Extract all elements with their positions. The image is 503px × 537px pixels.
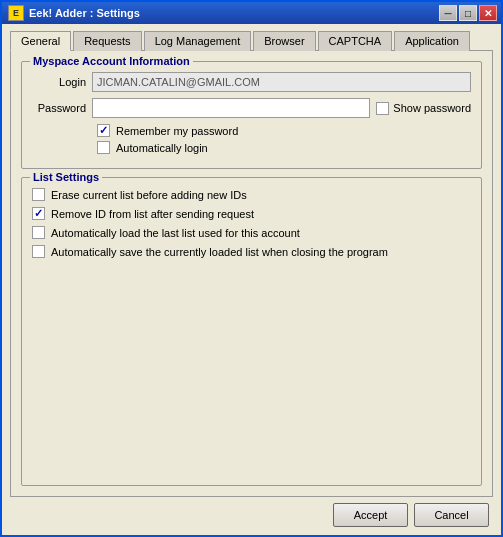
remember-password-row: ✓ Remember my password xyxy=(97,124,471,137)
tab-captcha[interactable]: CAPTCHA xyxy=(318,31,393,51)
auto-login-label: Automatically login xyxy=(116,142,208,154)
list-option-2-checkbox[interactable] xyxy=(32,226,45,239)
tab-log-management[interactable]: Log Management xyxy=(144,31,252,51)
main-window: E Eek! Adder : Settings ─ □ ✕ General Re… xyxy=(0,0,503,537)
cancel-button[interactable]: Cancel xyxy=(414,503,489,527)
window-body: General Requests Log Management Browser … xyxy=(2,24,501,535)
close-button[interactable]: ✕ xyxy=(479,5,497,21)
list-settings-label: List Settings xyxy=(30,171,102,183)
list-option-2: Automatically load the last list used fo… xyxy=(32,226,471,239)
app-icon: E xyxy=(8,5,24,21)
accept-button[interactable]: Accept xyxy=(333,503,408,527)
list-option-3: Automatically save the currently loaded … xyxy=(32,245,471,258)
remember-password-checkbox[interactable]: ✓ xyxy=(97,124,110,137)
list-option-0-checkbox[interactable] xyxy=(32,188,45,201)
list-option-1-checkbox[interactable]: ✓ xyxy=(32,207,45,220)
login-input[interactable] xyxy=(92,72,471,92)
login-row: Login xyxy=(32,72,471,92)
password-label: Password xyxy=(32,102,92,114)
list-option-3-checkbox[interactable] xyxy=(32,245,45,258)
list-option-1-label: Remove ID from list after sending reques… xyxy=(51,208,254,220)
window-title: Eek! Adder : Settings xyxy=(29,7,140,19)
list-settings-section: List Settings Erase current list before … xyxy=(21,177,482,486)
password-row: Password Show password xyxy=(32,98,471,118)
tab-content-general: Myspace Account Information Login Passwo… xyxy=(10,50,493,497)
myspace-account-section: Myspace Account Information Login Passwo… xyxy=(21,61,482,169)
list-option-3-label: Automatically save the currently loaded … xyxy=(51,246,388,258)
minimize-button[interactable]: ─ xyxy=(439,5,457,21)
bottom-spacer xyxy=(14,503,327,527)
title-bar-buttons: ─ □ ✕ xyxy=(439,5,497,21)
maximize-button[interactable]: □ xyxy=(459,5,477,21)
remember-password-label: Remember my password xyxy=(116,125,238,137)
list-option-0: Erase current list before adding new IDs xyxy=(32,188,471,201)
myspace-section-label: Myspace Account Information xyxy=(30,55,193,67)
auto-login-row: Automatically login xyxy=(97,141,471,154)
bottom-bar: Accept Cancel xyxy=(10,497,493,527)
list-option-1: ✓ Remove ID from list after sending requ… xyxy=(32,207,471,220)
remember-password-checkmark: ✓ xyxy=(99,125,108,136)
auto-login-checkbox[interactable] xyxy=(97,141,110,154)
password-input[interactable] xyxy=(92,98,370,118)
tab-application[interactable]: Application xyxy=(394,31,470,51)
show-password-label: Show password xyxy=(393,102,471,114)
tab-requests[interactable]: Requests xyxy=(73,31,141,51)
list-option-0-label: Erase current list before adding new IDs xyxy=(51,189,247,201)
list-option-1-checkmark: ✓ xyxy=(34,208,43,219)
login-label: Login xyxy=(32,76,92,88)
title-bar: E Eek! Adder : Settings ─ □ ✕ xyxy=(2,2,501,24)
tabs-row: General Requests Log Management Browser … xyxy=(10,30,493,51)
show-password-container: Show password xyxy=(376,102,471,115)
list-option-2-label: Automatically load the last list used fo… xyxy=(51,227,300,239)
title-bar-left: E Eek! Adder : Settings xyxy=(8,5,140,21)
show-password-checkbox[interactable] xyxy=(376,102,389,115)
tab-general[interactable]: General xyxy=(10,31,71,51)
tab-browser[interactable]: Browser xyxy=(253,31,315,51)
